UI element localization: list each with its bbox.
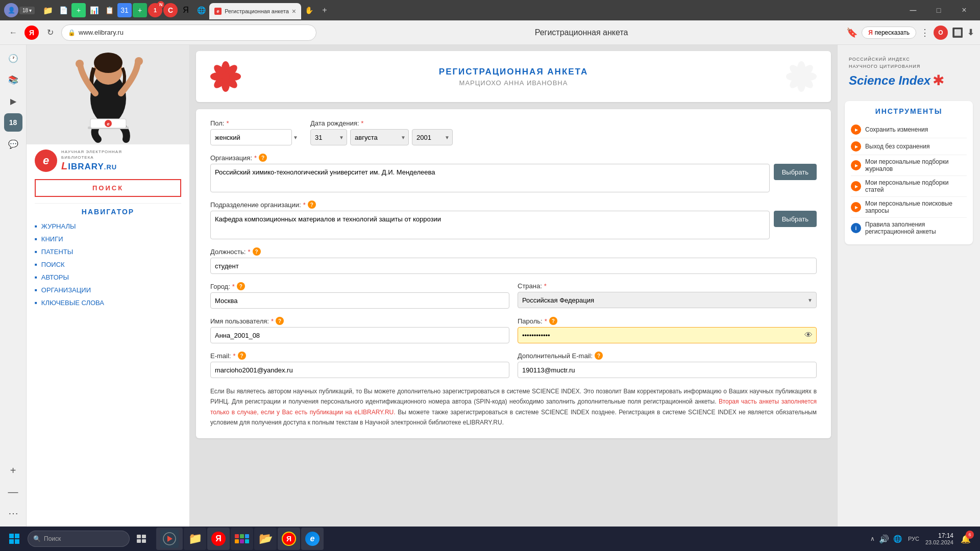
- email-help-icon[interactable]: ?: [238, 352, 246, 360]
- tab-google-drive[interactable]: 📁: [41, 3, 55, 17]
- tray-volume[interactable]: 🔊: [879, 534, 889, 544]
- tool-exit[interactable]: ▶ Выход без сохранения: [851, 138, 967, 155]
- tool-save[interactable]: ▶ Сохранить изменения: [851, 121, 967, 138]
- email-label: E-mail:* ?: [210, 352, 509, 360]
- username-input[interactable]: [210, 327, 509, 343]
- tab-plus2[interactable]: +: [133, 3, 147, 17]
- download-icon[interactable]: ⬇: [967, 28, 974, 37]
- play-icon-exit: ▶: [855, 144, 858, 149]
- tool-rules[interactable]: i Правила заполнения регистрационной анк…: [851, 218, 967, 238]
- tab-calendar[interactable]: 31: [117, 3, 132, 17]
- nav-keywords[interactable]: ■КЛЮЧЕВЫЕ СЛОВА: [35, 296, 181, 309]
- add-email-help-icon[interactable]: ?: [595, 352, 603, 360]
- more-options-icon[interactable]: ⋮: [920, 27, 929, 38]
- city-help-icon[interactable]: ?: [237, 282, 245, 290]
- taskbar-label[interactable]: [156, 528, 183, 550]
- refresh-btn[interactable]: ↻: [43, 26, 57, 40]
- taskbar-search-box[interactable]: 🔍 Поиск: [28, 531, 130, 547]
- notification-btn[interactable]: 🔔 6: [958, 531, 974, 547]
- eye-icon[interactable]: 👁: [804, 331, 813, 340]
- org-help-icon[interactable]: ?: [259, 154, 267, 162]
- country-select[interactable]: Российская Федерация: [518, 292, 817, 308]
- tab-docs[interactable]: 📄: [56, 3, 70, 17]
- tray-chevron[interactable]: ∧: [870, 535, 875, 542]
- history-icon[interactable]: 🕐: [4, 49, 22, 67]
- tab-list[interactable]: 📋: [102, 3, 116, 17]
- tab-sheets[interactable]: 📊: [87, 3, 101, 17]
- minimize-btn[interactable]: ─: [901, 3, 925, 18]
- taskbar-file-explorer[interactable]: 📁: [184, 528, 206, 550]
- email-input[interactable]: [210, 362, 509, 378]
- dob-day-select[interactable]: 31: [310, 129, 347, 145]
- add-sidebar-icon[interactable]: +: [4, 461, 22, 480]
- tab-count[interactable]: 18 ▾: [19, 7, 35, 14]
- nav-search[interactable]: ■ПОИСК: [35, 258, 181, 271]
- taskbar-start-menu[interactable]: [231, 528, 253, 550]
- yandex-home[interactable]: Я: [24, 26, 39, 40]
- nav-organizations[interactable]: ■ОРГАНИЗАЦИИ: [35, 284, 181, 296]
- sub-help-icon[interactable]: ?: [308, 201, 316, 209]
- badge-18-icon[interactable]: 18: [4, 113, 22, 132]
- search-button[interactable]: ПОИСК: [35, 179, 181, 197]
- pass-help-icon[interactable]: ?: [549, 317, 557, 325]
- maximize-btn[interactable]: □: [927, 3, 950, 18]
- start-btn[interactable]: [2, 527, 27, 551]
- org-choose-btn[interactable]: Выбрать: [774, 164, 817, 180]
- taskbar-yandex-browser[interactable]: Я: [278, 528, 300, 550]
- taskbar-edge[interactable]: e: [301, 528, 324, 550]
- org-label: Организация:* ?: [210, 154, 817, 162]
- bookmark-icon[interactable]: 🔖: [846, 27, 857, 38]
- city-input[interactable]: [210, 292, 509, 309]
- tray-lang[interactable]: РУС: [906, 535, 921, 543]
- password-input[interactable]: [518, 327, 817, 343]
- user-help-icon[interactable]: ?: [276, 317, 284, 325]
- tool-journals[interactable]: ▶ Мои персональные подборки журналов: [851, 155, 967, 176]
- extensions-icon[interactable]: 🔲: [952, 27, 963, 38]
- profile-icon[interactable]: 👤: [4, 3, 18, 17]
- retell-btn[interactable]: Я пересказать: [862, 27, 916, 39]
- tool-searches[interactable]: ▶ Мои персональные поисковые запросы: [851, 197, 967, 218]
- tab-red-circle[interactable]: 1N: [148, 3, 162, 17]
- elibrary-small-text: НАУЧНАЯ ЭЛЕКТРОННАЯБИБЛИОТЕКА: [61, 149, 122, 160]
- task-view-icon[interactable]: [131, 528, 153, 550]
- pos-help-icon[interactable]: ?: [253, 247, 261, 256]
- si-big-text: Science Index: [849, 73, 930, 88]
- dots-sidebar-icon[interactable]: ⋯: [4, 504, 22, 522]
- sub-choose-btn[interactable]: Выбрать: [774, 211, 817, 227]
- adblock-icon[interactable]: O: [934, 26, 948, 40]
- taskbar-files2[interactable]: 📂: [254, 528, 277, 550]
- close-btn[interactable]: ×: [952, 3, 976, 18]
- tray-network[interactable]: 🌐: [893, 535, 902, 543]
- clock-display[interactable]: 17:14 23.02.2024: [925, 532, 953, 545]
- active-tab-close[interactable]: ×: [292, 7, 296, 15]
- play-icon-searches: ▶: [855, 205, 858, 210]
- tab-cursor[interactable]: ✋: [302, 3, 316, 17]
- tab-plus1[interactable]: +: [71, 3, 86, 17]
- nav-books[interactable]: ■КНИГИ: [35, 233, 181, 245]
- back-btn[interactable]: ←: [6, 26, 20, 40]
- retell-label: пересказать: [875, 29, 910, 36]
- tab-c[interactable]: C: [163, 3, 178, 17]
- add-email-input[interactable]: [518, 362, 817, 378]
- taskbar-yandex[interactable]: Я: [207, 528, 230, 550]
- collections-icon[interactable]: 📚: [4, 70, 22, 89]
- address-bar[interactable]: 🔒 www.elibrary.ru: [61, 24, 316, 41]
- tab-elibrary-active[interactable]: e Регистрационная анкета ×: [209, 3, 301, 19]
- dob-year-select[interactable]: 2001: [412, 129, 453, 145]
- tab-yandex[interactable]: Я: [179, 3, 193, 17]
- chat-icon[interactable]: 💬: [4, 135, 22, 153]
- svg-point-4: [135, 57, 143, 65]
- tool-articles[interactable]: ▶ Мои персональные подборки статей: [851, 176, 967, 197]
- tab-new[interactable]: +: [317, 3, 332, 17]
- position-input[interactable]: [210, 258, 817, 274]
- gender-select[interactable]: женский: [210, 129, 292, 145]
- minus-sidebar-icon[interactable]: —: [4, 483, 22, 501]
- org-textarea[interactable]: Российский химико-технологический универ…: [210, 164, 770, 192]
- play-icon[interactable]: ▶: [4, 92, 22, 110]
- dob-month-select[interactable]: августа: [350, 129, 409, 145]
- subdivision-textarea[interactable]: Кафедра композиционных материалов и техн…: [210, 211, 770, 239]
- nav-authors[interactable]: ■АВТОРЫ: [35, 271, 181, 284]
- tab-browser[interactable]: 🌐: [194, 3, 208, 17]
- nav-journals[interactable]: ■ЖУРНАЛЫ: [35, 220, 181, 233]
- nav-patents[interactable]: ■ПАТЕНТЫ: [35, 245, 181, 258]
